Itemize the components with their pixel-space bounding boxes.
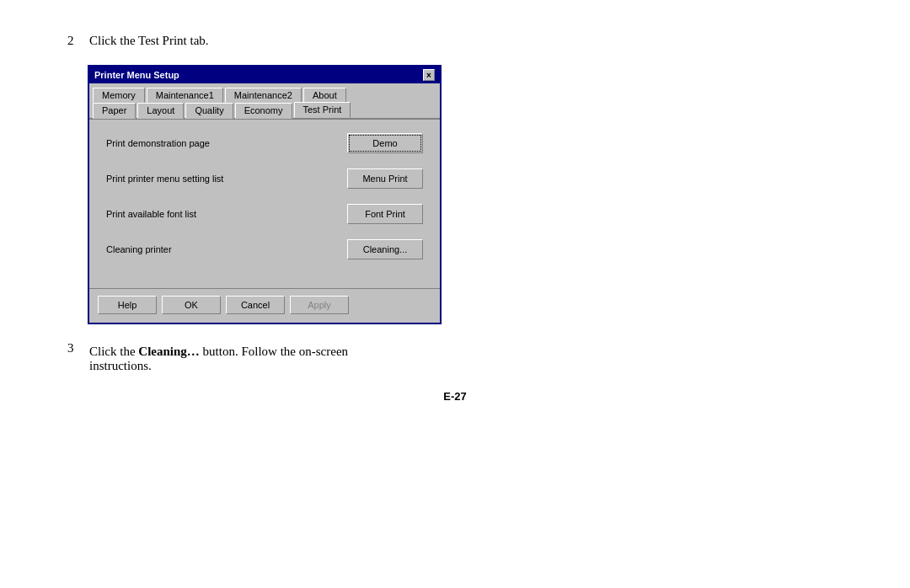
- dialog-footer: Help OK Cancel Apply: [89, 288, 440, 323]
- page-number: E-27: [443, 390, 466, 403]
- ok-button[interactable]: OK: [162, 296, 221, 314]
- dialog-title: Printer Menu Setup: [94, 70, 179, 80]
- tab-about[interactable]: About: [303, 88, 346, 103]
- fontprint-button[interactable]: Font Print: [347, 204, 423, 224]
- demo-button[interactable]: Demo: [347, 133, 423, 153]
- tab-layout[interactable]: Layout: [137, 103, 184, 119]
- menuprint-button[interactable]: Menu Print: [347, 168, 423, 189]
- label-cleaning: Cleaning printer: [106, 244, 347, 254]
- tab-row-2: Paper Layout Quality Economy Test Print: [89, 102, 440, 120]
- printer-menu-dialog: Printer Menu Setup × Memory Maintenance1…: [88, 65, 442, 324]
- step-2-text: Click the Test Print tab.: [89, 34, 209, 48]
- dialog-row-cleaning: Cleaning printer Cleaning...: [106, 239, 423, 259]
- dialog-titlebar: Printer Menu Setup ×: [89, 67, 440, 83]
- dialog-row-fontprint: Print available font list Font Print: [106, 204, 423, 224]
- step-2-line: 2 Click the Test Print tab.: [67, 34, 843, 48]
- tab-economy[interactable]: Economy: [235, 103, 292, 119]
- apply-button[interactable]: Apply: [290, 296, 349, 314]
- cleaning-button[interactable]: Cleaning...: [347, 239, 423, 259]
- dialog-row-menuprint: Print printer menu setting list Menu Pri…: [106, 168, 423, 189]
- tab-memory[interactable]: Memory: [93, 88, 145, 103]
- dialog-wrapper: Printer Menu Setup × Memory Maintenance1…: [88, 65, 843, 324]
- tab-maintenance2[interactable]: Maintenance2: [225, 88, 302, 103]
- page-footer: E-27: [67, 390, 843, 403]
- step-3-number: 3: [67, 341, 84, 355]
- step-3-line: 3 Click the Cleaning… button. Follow the…: [67, 341, 843, 373]
- step-3-text: Click the Cleaning… button. Follow the o…: [89, 345, 348, 373]
- tab-quality[interactable]: Quality: [185, 103, 233, 119]
- tab-row-1: Memory Maintenance1 Maintenance2 About: [89, 83, 440, 103]
- tab-testprint[interactable]: Test Print: [294, 102, 351, 118]
- tab-maintenance1[interactable]: Maintenance1: [147, 88, 223, 103]
- close-button[interactable]: ×: [423, 69, 435, 81]
- help-button[interactable]: Help: [98, 296, 157, 314]
- step-2-number: 2: [67, 34, 84, 48]
- tab-paper[interactable]: Paper: [93, 103, 136, 119]
- dialog-body: Print demonstration page Demo Print prin…: [89, 120, 440, 288]
- cancel-button[interactable]: Cancel: [226, 296, 285, 314]
- label-demo: Print demonstration page: [106, 138, 347, 148]
- label-fontprint: Print available font list: [106, 209, 347, 219]
- dialog-row-demo: Print demonstration page Demo: [106, 133, 423, 153]
- label-menuprint: Print printer menu setting list: [106, 174, 347, 184]
